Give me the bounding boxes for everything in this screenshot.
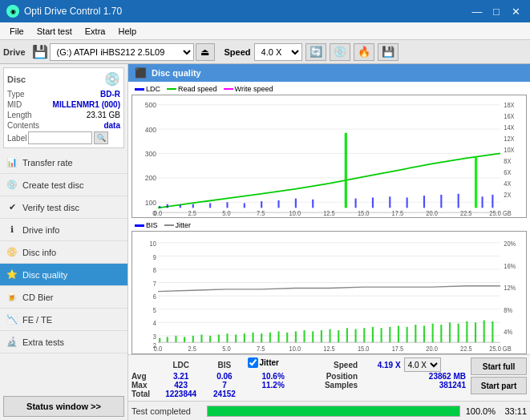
svg-rect-102 [381, 328, 382, 342]
svg-rect-112 [466, 321, 467, 342]
max-label: Max [131, 381, 156, 390]
length-value: 23.31 GB [87, 111, 120, 119]
svg-text:20.0: 20.0 [426, 344, 438, 353]
close-button[interactable]: ✕ [508, 3, 524, 19]
svg-rect-39 [475, 156, 477, 208]
progress-area: Test completed 100.0% 33:11 [128, 401, 530, 420]
nav-fe-te[interactable]: 📉 FE / TE [0, 309, 127, 331]
nav-disc-info[interactable]: 📀 Disc info [0, 241, 127, 264]
status-window-button[interactable]: Status window >> [3, 396, 124, 417]
svg-rect-83 [218, 335, 220, 343]
label-input[interactable] [28, 131, 92, 144]
bis-legend-label: BIS [146, 221, 158, 229]
svg-text:500: 500 [145, 101, 156, 109]
menu-file[interactable]: File [3, 25, 30, 38]
svg-rect-34 [389, 196, 390, 208]
svg-rect-103 [389, 327, 390, 342]
svg-text:0.0: 0.0 [154, 344, 163, 353]
disc-header-icon: 💿 [104, 71, 120, 87]
chart-header: ⬛ Disc quality [128, 64, 530, 82]
max-ldc: 423 [156, 381, 206, 390]
svg-text:12.5: 12.5 [323, 209, 335, 216]
menu-help[interactable]: Help [111, 25, 143, 38]
svg-text:12.5: 12.5 [323, 344, 335, 353]
write-speed-legend-dot [224, 88, 233, 90]
nav-transfer-rate-label: Transfer rate [22, 158, 73, 168]
svg-rect-104 [398, 325, 399, 342]
minimize-button[interactable]: — [469, 3, 485, 19]
read-speed-legend-label: Read speed [178, 85, 217, 93]
stats-table: LDC BIS Jitter Speed 4.19 X 4.0 X [131, 357, 466, 398]
position-value: 23862 MB [358, 372, 466, 381]
svg-text:10.0: 10.0 [289, 344, 301, 353]
disc-quality-icon: ⭐ [6, 269, 18, 281]
save-button[interactable]: 💾 [378, 43, 399, 61]
eject-button[interactable]: ⏏ [196, 43, 215, 61]
nav-extra-tests-label: Extra tests [22, 337, 64, 347]
nav-cd-bier[interactable]: 🍺 CD Bier [0, 286, 127, 309]
svg-text:2X: 2X [504, 192, 512, 199]
window-controls: — □ ✕ [469, 3, 524, 19]
nav-extra-tests[interactable]: 🔬 Extra tests [0, 331, 127, 353]
jitter-legend-dot [164, 224, 174, 226]
start-full-button[interactable]: Start full [471, 357, 527, 375]
svg-text:400: 400 [145, 125, 156, 133]
top-chart-container: 500 400 300 200 100 0 18X 16X 14X 12X 10… [131, 95, 527, 218]
svg-rect-24 [209, 203, 211, 208]
svg-text:5.0: 5.0 [222, 344, 231, 353]
nav-create-test-disc-label: Create test disc [22, 180, 83, 190]
svg-text:12X: 12X [504, 135, 515, 143]
svg-text:10.0: 10.0 [289, 209, 301, 216]
read-speed-legend-dot [167, 88, 176, 90]
disc-info-icon: 📀 [6, 247, 18, 258]
mid-key: MID [7, 100, 22, 109]
svg-rect-23 [192, 204, 194, 208]
stats-speed-select[interactable]: 4.0 X [404, 357, 441, 372]
nav-drive-info[interactable]: ℹ Drive info [0, 219, 127, 241]
legend-top: LDC Read speed Write speed [131, 83, 527, 95]
svg-rect-32 [355, 199, 357, 208]
drive-select[interactable]: (G:) ATAPI iHBS212 2.5L09 [50, 43, 194, 61]
start-part-button[interactable]: Start part [471, 377, 527, 394]
svg-rect-29 [295, 199, 297, 208]
svg-rect-109 [440, 325, 442, 342]
speed-label: Speed [225, 47, 251, 57]
svg-text:300: 300 [145, 150, 156, 158]
svg-rect-33 [372, 197, 374, 208]
app-icon: ◉ [6, 5, 19, 18]
verify-test-disc-icon: ✔ [6, 202, 18, 213]
svg-rect-106 [415, 325, 416, 342]
svg-text:8%: 8% [504, 305, 512, 314]
svg-text:25.0 GB: 25.0 GB [489, 344, 512, 353]
svg-text:16X: 16X [504, 113, 515, 120]
jitter-checkbox[interactable] [248, 357, 258, 368]
speed-select[interactable]: 4.0 X [254, 43, 302, 61]
jitter-legend-label: Jitter [176, 221, 192, 229]
svg-rect-105 [407, 327, 408, 342]
label-button[interactable]: 🔍 [94, 131, 108, 144]
svg-rect-31 [345, 133, 347, 208]
ldc-col-header: LDC [156, 357, 206, 372]
svg-rect-95 [321, 330, 322, 342]
bis-legend-dot [135, 224, 144, 227]
svg-rect-84 [226, 333, 228, 342]
svg-text:20.0: 20.0 [426, 209, 438, 216]
burn-button[interactable]: 🔥 [354, 43, 374, 61]
svg-rect-27 [261, 201, 262, 208]
maximize-button[interactable]: □ [488, 3, 504, 19]
menu-extra[interactable]: Extra [79, 25, 112, 38]
nav-transfer-rate[interactable]: 📊 Transfer rate [0, 151, 127, 174]
nav-disc-quality[interactable]: ⭐ Disc quality [0, 264, 127, 286]
contents-value: data [103, 121, 120, 130]
svg-rect-25 [226, 202, 228, 208]
total-bis: 24152 [206, 390, 242, 398]
menu-start-test[interactable]: Start test [30, 25, 79, 38]
disc-button[interactable]: 💿 [330, 43, 350, 61]
disc-header-label: Disc [7, 75, 26, 84]
avg-ldc: 3.21 [156, 372, 206, 381]
svg-rect-88 [261, 333, 262, 342]
nav-create-test-disc[interactable]: 💿 Create test disc [0, 174, 127, 196]
nav-verify-test-disc[interactable]: ✔ Verify test disc [0, 196, 127, 219]
refresh-button[interactable]: 🔄 [305, 43, 326, 61]
nav-disc-quality-label: Disc quality [22, 270, 67, 280]
